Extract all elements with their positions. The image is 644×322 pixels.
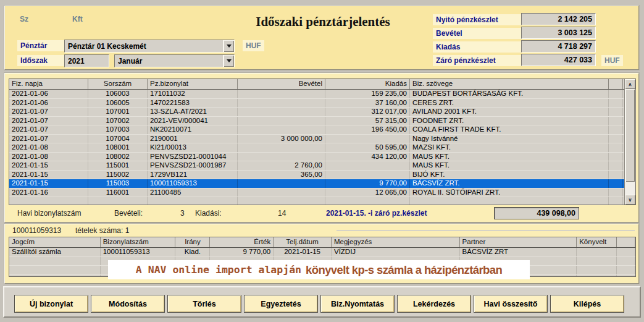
table-cell: 100011059313 bbox=[148, 179, 238, 188]
column-header[interactable]: Megjegyzés bbox=[332, 237, 460, 247]
table-row[interactable] bbox=[9, 197, 624, 205]
table-cell: 2 760,00 bbox=[238, 161, 325, 170]
table-row[interactable]: 2021-01-06106005147022158337 160,00CERES… bbox=[9, 99, 624, 108]
scrollbar-thumb[interactable] bbox=[625, 89, 635, 182]
table-row[interactable]: 2021-01-151150021729VB121365,00BIJÓ KFT. bbox=[9, 171, 624, 180]
column-header[interactable]: Jogcím bbox=[9, 237, 101, 247]
table-row[interactable]: 2021-01-0710700113-SZLA-AT/2021312 017,0… bbox=[9, 108, 624, 117]
table-cell bbox=[577, 275, 617, 277]
table-cell: 116001 bbox=[88, 189, 148, 197]
scroll-down-icon[interactable]: ∨ bbox=[625, 195, 635, 205]
table-cell bbox=[609, 108, 623, 116]
table-cell: 2021-01-15 bbox=[274, 248, 332, 256]
table-row[interactable]: 2021-01-07107003NK20210071196 450,00COAL… bbox=[9, 125, 624, 135]
column-header[interactable]: Bizonylatszám bbox=[101, 237, 176, 247]
table-cell: BÁCSVÍZ ZRT bbox=[460, 248, 577, 256]
table-cell: 107003 bbox=[88, 125, 148, 134]
table-cell: BUDAPEST BORTÁRSASÁG KFT. bbox=[410, 90, 609, 98]
table-cell: 2021-01-16 bbox=[9, 189, 88, 197]
table-cell bbox=[617, 257, 635, 266]
penztar-select[interactable]: Pénztár 01 Kecskemét bbox=[64, 40, 235, 53]
table-row[interactable]: 2021-01-0710700421900013 000 000,00Nagy … bbox=[9, 135, 624, 144]
table-cell bbox=[88, 197, 148, 205]
table-cell bbox=[609, 117, 623, 125]
table-row[interactable]: 2021-01-071070022021-VEV/00004157 315,00… bbox=[9, 117, 624, 126]
column-header-filler[interactable] bbox=[609, 79, 623, 89]
column-header[interactable]: Könyvelt bbox=[577, 237, 617, 247]
totals-currency-label: HUF bbox=[601, 55, 623, 66]
table-row[interactable]: 2021-01-08108002PENVSZSD21-0001044434 12… bbox=[9, 153, 624, 162]
vertical-scrollbar[interactable]: ∧ ∨ bbox=[624, 79, 635, 205]
table-cell: 2021-01-07 bbox=[9, 135, 88, 143]
table-row[interactable]: 2021-01-161160012110048512 065,00ROYAL I… bbox=[9, 189, 624, 198]
table-row[interactable]: 2021-01-15115001PENVSZSD21-00019872 760,… bbox=[9, 161, 624, 171]
table-cell: 13-SZLA-AT/2021 bbox=[148, 108, 238, 116]
total-label-zaro: Záró pénzkészlet bbox=[433, 55, 521, 66]
nav-import-note-mono: A NAV online import alapján bbox=[136, 264, 301, 276]
column-header[interactable]: Biz. szövege bbox=[410, 79, 609, 89]
column-header[interactable]: Fiz. napja bbox=[9, 79, 88, 89]
table-cell bbox=[238, 179, 325, 188]
table-row[interactable]: 2021-01-06106003171011032159 235,00BUDAP… bbox=[9, 90, 624, 99]
table-cell: Kiad. bbox=[175, 248, 210, 256]
egyeztetes-button[interactable]: Egyeztetés bbox=[244, 295, 318, 313]
month-select-value: Január bbox=[118, 57, 142, 66]
table-row[interactable]: 2021-01-08108001KI21/0001350 595,00MAZSI… bbox=[9, 143, 624, 153]
company-name-suffix: Kft bbox=[69, 14, 86, 25]
table-cell: CERES ZRT. bbox=[410, 99, 609, 108]
total-label-bevetel: Bevétel bbox=[433, 28, 521, 39]
table-cell: 2021-01-07 bbox=[9, 125, 88, 134]
table-cell: 2021-01-07 bbox=[9, 108, 88, 116]
column-header-filler[interactable] bbox=[617, 237, 635, 247]
kilepes-button[interactable]: Kilépés bbox=[550, 295, 624, 313]
table-cell bbox=[410, 197, 609, 205]
table-cell: Szállítói számla bbox=[9, 248, 101, 256]
dropdown-arrow-icon[interactable] bbox=[223, 40, 234, 52]
scroll-up-icon[interactable]: ∧ bbox=[625, 79, 635, 89]
column-header[interactable]: Kiadás bbox=[325, 79, 410, 89]
dropdown-arrow-icon[interactable] bbox=[223, 55, 234, 67]
table-cell bbox=[325, 161, 410, 170]
table-cell: 57 315,00 bbox=[325, 117, 410, 125]
table-cell: 196 450,00 bbox=[325, 125, 410, 134]
column-header[interactable]: Sorszám bbox=[88, 79, 148, 89]
table-cell bbox=[238, 125, 325, 134]
header-panel: Sz Kft Időszaki pénztárjelentés Pénztár … bbox=[4, 6, 639, 70]
table-cell bbox=[609, 171, 623, 179]
table-cell: 2021-01-15 bbox=[9, 179, 88, 188]
total-value-kiadas: 4 718 297 bbox=[521, 40, 596, 53]
havi-osszesito-button[interactable]: Havi összesítő bbox=[474, 295, 548, 313]
closing-balance-value: 439 098,00 bbox=[494, 207, 579, 219]
nav-import-note-rest: könyvelt kp-s számla a házipénztárban bbox=[306, 263, 502, 277]
torles-button[interactable]: Törlés bbox=[167, 295, 241, 313]
table-cell: 1470221583 bbox=[148, 99, 238, 108]
table-cell: 12 065,00 bbox=[325, 189, 410, 197]
column-header[interactable]: Bevétel bbox=[238, 79, 325, 89]
table-cell bbox=[609, 99, 623, 108]
table-cell: 107001 bbox=[88, 108, 148, 116]
table-cell bbox=[609, 189, 623, 197]
biz-nyomtatas-button[interactable]: Biz.Nyomtatás bbox=[320, 295, 395, 313]
total-label-nyito: Nyitó pénzkészlet bbox=[433, 14, 521, 25]
column-header[interactable]: Partner bbox=[460, 237, 577, 247]
month-select[interactable]: Január bbox=[114, 54, 235, 67]
table-cell bbox=[609, 161, 623, 170]
table-row[interactable]: 2021-01-151150031000110593139 770,00BÁCS… bbox=[9, 179, 624, 189]
column-header[interactable]: Irány bbox=[175, 237, 210, 247]
table-cell: 2021-01-06 bbox=[9, 90, 88, 98]
penztar-select-value: Pénztár 01 Kecskemét bbox=[68, 42, 146, 51]
column-header[interactable]: Pz.bizonylat bbox=[148, 79, 238, 89]
column-header[interactable]: Érték bbox=[210, 237, 274, 247]
table-cell: MAUS KFT. bbox=[410, 161, 609, 170]
table-cell: BÁCSVÍZ ZRT. bbox=[410, 179, 609, 188]
year-input[interactable]: 2021 bbox=[64, 54, 109, 67]
table-cell: 108001 bbox=[88, 143, 148, 152]
table-cell: 171011032 bbox=[148, 90, 238, 98]
table-cell: 107002 bbox=[88, 117, 148, 125]
uj-bizonylat-button[interactable]: Új bizonylat bbox=[14, 295, 88, 313]
column-header[interactable]: Telj.dátum bbox=[274, 237, 332, 247]
lekerdezes-button[interactable]: Lekérdezés bbox=[397, 295, 471, 313]
table-row[interactable]: Szállítói számla100011059313Kiad.9 770,0… bbox=[9, 248, 635, 257]
modositas-button[interactable]: Módosítás bbox=[91, 295, 165, 313]
penztar-label: Pénztár bbox=[17, 40, 65, 51]
